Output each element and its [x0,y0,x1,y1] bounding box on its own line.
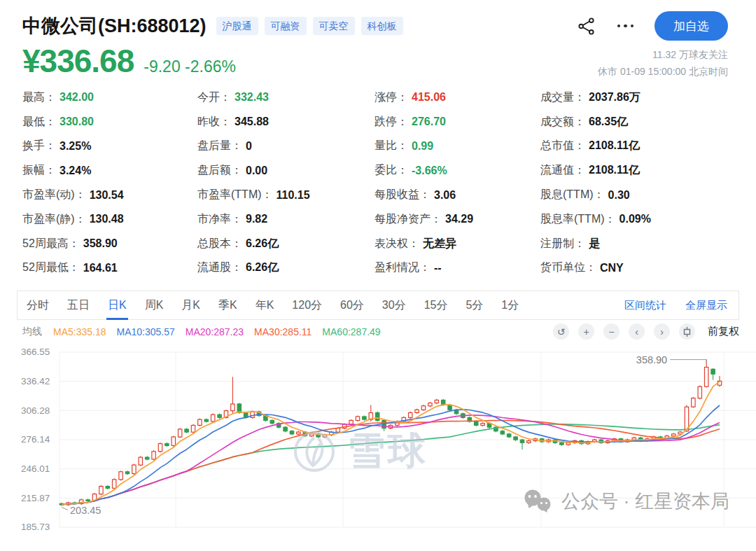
tab-5分[interactable]: 5分 [456,291,492,319]
tab-季K[interactable]: 季K [209,291,246,319]
add-watchlist-button[interactable]: 加自选 [654,11,728,41]
stat-row: 昨收：345.88 [197,110,374,134]
ma-value: MA5:335.18 [53,326,106,337]
ma-legend-row: 均线 MA5:335.18MA10:305.57MA20:287.23MA30:… [22,320,739,343]
ma-value: MA10:305.57 [117,326,175,337]
stat-column: 成交量：2037.86万成交额：68.35亿总市值：2108.11亿流通值：21… [540,85,756,280]
ma-value: MA30:285.11 [254,326,312,337]
tab-60分[interactable]: 60分 [331,291,373,319]
y-axis-tick: 185.73 [21,521,50,533]
stock-badge[interactable]: 可卖空 [313,17,355,35]
stat-row: 市盈率(静)：130.48 [22,207,197,232]
stock-badge[interactable]: 沪股通 [216,17,258,35]
ma-legend-items: MA5:335.18MA10:305.57MA20:287.23MA30:285… [53,326,391,337]
stat-row: 最低：330.80 [22,110,197,134]
stat-label: 市盈率(动)： [22,188,86,202]
zoom-in-icon[interactable]: + [578,323,594,340]
stat-label: 成交量： [540,90,585,105]
stat-label: 今开： [197,90,231,105]
stat-row: 总股本：6.26亿 [197,232,374,256]
stat-label: 盈利情况： [374,260,430,275]
ma-legend-title: 均线 [22,326,42,338]
adjust-mode-label[interactable]: 前复权 [708,325,739,338]
stat-row: 流通股：6.26亿 [197,256,374,281]
stat-label: 流通值： [540,163,585,178]
stats-grid: 最高：342.00最低：330.80换手：3.25%振幅：3.24%市盈率(动)… [0,80,756,280]
candlestick-chart[interactable]: 358.90203.45 雪球 公众号 · 红星资本局 366.55336.42… [0,343,756,533]
tab-1分[interactable]: 1分 [492,291,528,319]
stat-row: 今开：332.43 [197,85,374,110]
stat-label: 股息(TTM)： [540,188,605,202]
stat-row: 成交量：2037.86万 [540,85,756,110]
stat-value: 9.82 [246,213,267,225]
stat-row: 跌停：276.70 [374,110,540,134]
stock-badge[interactable]: 科创板 [361,17,403,35]
y-axis-tick: 306.28 [21,405,50,417]
stat-label: 盘后量： [197,139,242,153]
stat-value: 68.35亿 [589,115,628,130]
chart-canvas[interactable]: 358.90203.45 [0,343,756,533]
tab-分时[interactable]: 分时 [18,291,58,319]
y-axis-tick: 215.87 [21,492,50,505]
stock-badge[interactable]: 可融资 [265,17,307,35]
tab-30分[interactable]: 30分 [373,291,415,319]
stat-label: 总市值： [540,139,585,153]
ma-value: MA60:287.49 [322,326,380,337]
stat-value: 130.54 [90,189,124,202]
link-区间统计[interactable]: 区间统计 [624,299,666,312]
stat-value: 330.80 [59,116,94,128]
stat-label: 市净率： [197,212,242,227]
svg-text:358.90: 358.90 [636,354,667,365]
stat-row: 总市值：2108.11亿 [540,134,756,159]
undo-icon[interactable]: ↺ [553,323,569,340]
link-全屏显示[interactable]: 全屏显示 [685,299,727,312]
zoom-out-icon[interactable]: − [603,323,620,340]
stock-badges: 沪股通可融资可卖空科创板 [216,17,403,35]
stat-label: 市盈率(静)： [22,212,86,227]
tab-周K[interactable]: 周K [136,291,173,319]
stat-value: -- [434,262,442,274]
stat-column: 涨停：415.06跌停：276.70量比：0.99委比：-3.66%每股收益：3… [374,85,540,280]
stat-label: 最高： [22,90,56,105]
stat-label: 昨收： [197,115,231,130]
followers-count: 11.32 万球友关注 [598,46,728,63]
stat-label: 注册制： [540,237,585,251]
stat-value: 0.30 [608,189,630,202]
tab-日K[interactable]: 日K [99,291,136,319]
share-icon[interactable] [578,17,596,36]
tab-120分[interactable]: 120分 [283,291,331,319]
stat-row: 涨停：415.06 [374,85,540,110]
stat-label: 货币单位： [540,260,596,275]
stat-label: 跌停： [374,115,408,130]
stat-label: 52周最低： [22,260,80,275]
pan-right-icon[interactable]: › [654,323,670,340]
stat-value: 6.26亿 [246,237,279,251]
stat-value: 276.70 [412,116,446,128]
stat-row: 市盈率(动)：130.54 [22,183,197,207]
candle-style-icon[interactable] [679,323,695,340]
stat-label: 流通股： [197,260,242,275]
more-icon[interactable] [617,25,634,28]
y-axis-tick: 276.14 [21,433,50,446]
tab-15分[interactable]: 15分 [415,291,457,319]
stat-value: 是 [589,237,600,251]
stat-row: 每股收益：3.06 [374,183,540,207]
tab-五日[interactable]: 五日 [58,291,99,319]
page-title: 中微公司(SH:688012) [22,13,206,39]
stat-row: 股息率(TTM)：0.09% [540,207,756,232]
stat-row: 52周最低：164.61 [22,256,197,281]
stock-page: 中微公司(SH:688012) 沪股通可融资可卖空科创板 加自选 ¥336.68… [0,0,756,551]
stat-row: 每股净资产：34.29 [374,207,540,232]
price-change: -9.20 -2.66% [144,57,236,76]
stat-label: 振幅： [22,163,56,178]
tab-年K[interactable]: 年K [246,291,284,319]
chart-links: 区间统计全屏显示 [624,299,738,312]
svg-text:203.45: 203.45 [70,505,101,516]
stat-row: 股息(TTM)：0.30 [540,183,756,207]
stat-value: 无差异 [423,237,456,251]
stat-value: 0.09% [620,213,651,225]
stat-value: 2108.11亿 [589,163,640,178]
tab-月K[interactable]: 月K [172,291,209,319]
stat-label: 股息率(TTM)： [540,212,616,227]
pan-left-icon[interactable]: ‹ [629,323,645,340]
